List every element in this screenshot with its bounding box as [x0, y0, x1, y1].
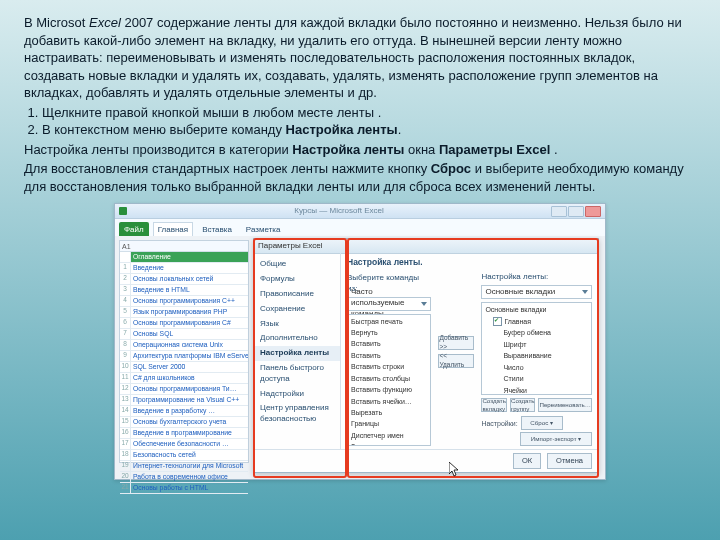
list-item[interactable]: Вырезать [349, 407, 429, 418]
excel-icon [119, 207, 127, 215]
options-category[interactable]: Дополнительно [254, 331, 340, 346]
options-category[interactable]: Формулы [254, 272, 340, 287]
table-row: 2Основы локальных сетей [120, 274, 248, 285]
maximize-button[interactable] [568, 206, 584, 217]
tree-node[interactable]: Ячейки [483, 385, 590, 396]
paragraph-3: Для восстановления стандартных настроек … [24, 160, 696, 195]
cancel-button[interactable]: Отмена [547, 453, 592, 469]
add-button[interactable]: Добавить >> [438, 336, 474, 350]
table-row: 4Основы программирования C++ [120, 296, 248, 307]
close-button[interactable] [585, 206, 601, 217]
list-item[interactable]: Границы [349, 418, 429, 429]
table-row: 16Введение в программирование [120, 428, 248, 439]
slide-body: В Microsot Excel 2007 содержание ленты д… [0, 0, 720, 480]
minimize-button[interactable] [551, 206, 567, 217]
ribbon-tree[interactable]: Основные вкладкиГлавнаяБуфер обменаШрифт… [481, 302, 592, 395]
tree-node[interactable]: Стили [483, 373, 590, 384]
paragraph-2: Настройка ленты производится в категории… [24, 141, 696, 159]
list-item[interactable]: Вставить строки [349, 361, 429, 372]
remove-button[interactable]: << Удалить [438, 354, 474, 368]
options-category[interactable]: Правописание [254, 287, 340, 302]
ribbon-edit-button[interactable]: Создать вкладку [481, 398, 507, 412]
ribbon-edit-button[interactable]: Переименовать… [538, 398, 592, 412]
ribbon-tree-column: Настройка ленты: Основные вкладки Основн… [481, 257, 592, 446]
customize-heading: Настройка ленты. [347, 257, 431, 268]
table-row: 13Программирование на Visual C++ [120, 395, 248, 406]
table-row: 19Интернет-технологии для Microsoft [120, 461, 248, 472]
list-item[interactable]: Вставить [349, 350, 429, 361]
name-box: A1 [122, 242, 131, 251]
options-category[interactable]: Общие [254, 257, 340, 272]
list-item[interactable]: Задать [349, 441, 429, 446]
options-category[interactable]: Центр управления безопасностью [254, 401, 340, 427]
step-1: Щелкните правой кнопкой мыши в любом мес… [42, 104, 696, 122]
options-category[interactable]: Язык [254, 317, 340, 332]
ribbon-tab[interactable]: Разметка [241, 222, 286, 238]
list-item[interactable]: Вставить [349, 338, 429, 349]
table-row: 7Основы SQL [120, 329, 248, 340]
options-category[interactable]: Панель быстрого доступа [254, 361, 340, 387]
table-row: 10SQL Server 2000 [120, 362, 248, 373]
options-category[interactable]: Сохранение [254, 302, 340, 317]
reset-button[interactable]: Сброс ▾ [521, 416, 563, 430]
list-item[interactable]: Вставить функцию [349, 384, 429, 395]
import-export-button[interactable]: Импорт-экспорт ▾ [520, 432, 592, 446]
table-row: 9Архитектура платформы IBM eServer [120, 351, 248, 362]
table-row: 11C# для школьников [120, 373, 248, 384]
table-row: 1Введение [120, 263, 248, 274]
tree-node[interactable]: Буфер обмена [483, 327, 590, 338]
chevron-down-icon [582, 290, 588, 294]
table-row: 20Работа в современном офисе [120, 472, 248, 483]
table-row: 5Язык программирования PHP [120, 307, 248, 318]
window-title: Курсы — Microsoft Excel [127, 206, 551, 217]
table-row: 17Обеспечение безопасности … [120, 439, 248, 450]
options-category[interactable]: Настройка ленты [254, 346, 340, 361]
table-row: 8Операционная система Unix [120, 340, 248, 351]
ok-button[interactable]: ОК [513, 453, 541, 469]
window-titlebar: Курсы — Microsoft Excel [115, 204, 605, 219]
choose-commands-dropdown[interactable]: Часто используемые команды [347, 297, 431, 311]
list-item[interactable]: Вставить столбцы [349, 373, 429, 384]
table-row: 14Введение в разработку … [120, 406, 248, 417]
table-row: 3Введение в HTML [120, 285, 248, 296]
commands-column: Настройка ленты. Выберите команды из: Ча… [347, 257, 431, 446]
ribbon-edit-button[interactable]: Создать группу [510, 398, 536, 412]
ribbon-tab[interactable]: Вставка [197, 222, 237, 238]
customize-ribbon-label: Настройка ленты: [481, 272, 592, 283]
add-remove-column: Добавить >> << Удалить [437, 257, 475, 446]
options-category[interactable]: Надстройки [254, 387, 340, 402]
table-row: 6Основы программирования C# [120, 318, 248, 329]
list-item[interactable]: Диспетчер имен [349, 430, 429, 441]
dialog-close-button[interactable] [582, 242, 594, 250]
list-item[interactable]: Вернуть [349, 327, 429, 338]
paragraph-1: В Microsot Excel 2007 содержание ленты д… [24, 14, 696, 102]
table-row: 12Основы программирования Ти… [120, 384, 248, 395]
tree-node[interactable]: Выравнивание [483, 350, 590, 361]
tree-node[interactable]: Число [483, 362, 590, 373]
tree-node[interactable]: Главная [483, 316, 590, 328]
list-item[interactable]: Быстрая печать [349, 316, 429, 327]
step-2: В контекстном меню выберите команду Наст… [42, 121, 696, 139]
worksheet: A1 Оглавление1Введение2Основы локальных … [119, 240, 249, 463]
reset-label: Настройки: [481, 419, 517, 428]
ribbon-tab[interactable]: Файл [119, 222, 149, 238]
dialog-titlebar: Параметры Excel [254, 239, 598, 254]
ribbon-tab[interactable]: Главная [153, 222, 193, 238]
table-row: 15Основы бухгалтерского учета [120, 417, 248, 428]
commands-listbox[interactable]: Быстрая печатьВернутьВставитьВставитьВст… [347, 314, 431, 447]
excel-options-screenshot: Курсы — Microsoft Excel ФайлГлавнаяВстав… [114, 203, 606, 480]
customize-ribbon-dropdown[interactable]: Основные вкладки [481, 285, 592, 299]
steps-list: Щелкните правой кнопкой мыши в любом мес… [24, 104, 696, 139]
tree-node[interactable]: Шрифт [483, 339, 590, 350]
list-item[interactable]: Вставить ячейки… [349, 396, 429, 407]
options-category-list: ОбщиеФормулыПравописаниеСохранениеЯзыкДо… [254, 253, 341, 450]
table-row: 18Безопасность сетей [120, 450, 248, 461]
excel-options-dialog: Параметры Excel ОбщиеФормулыПравописание… [253, 238, 599, 473]
table-row: 21Основы работы с HTML [120, 483, 248, 494]
chevron-down-icon [421, 302, 427, 306]
